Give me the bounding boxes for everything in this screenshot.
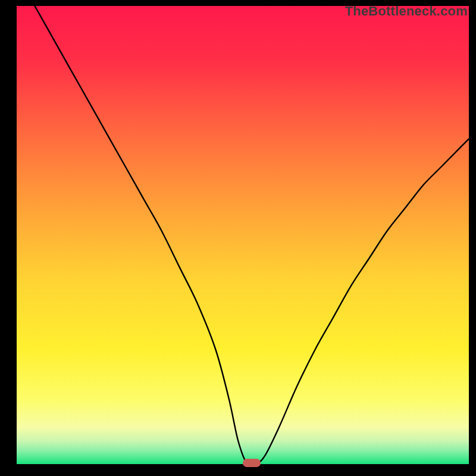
optimum-marker	[243, 459, 261, 467]
chart-frame: TheBottleneck.com	[0, 0, 476, 476]
watermark-text: TheBottleneck.com	[345, 4, 468, 19]
bottleneck-curve	[17, 6, 469, 464]
plot-area	[17, 6, 469, 464]
